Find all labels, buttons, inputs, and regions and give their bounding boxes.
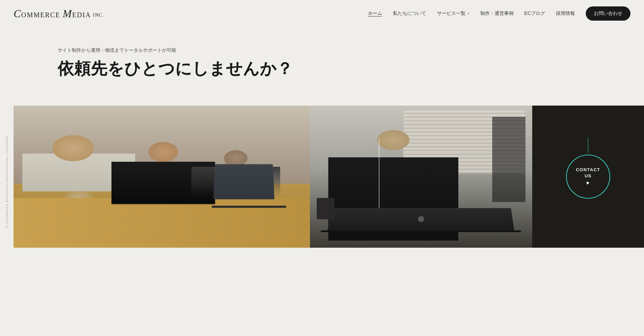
hero-title: 依頼先をひとつにしませんか？ bbox=[58, 59, 600, 79]
apple-logo-icon bbox=[418, 216, 424, 222]
logo-edia: EDIA bbox=[72, 11, 93, 19]
hero-subtitle: サイト制作から運用・物流までトータルサポートが可能 bbox=[58, 47, 600, 53]
photo-left-bg bbox=[14, 106, 310, 248]
logo-text: COMMERCE MEDIA INC. bbox=[14, 9, 104, 19]
nav-services[interactable]: サービス一覧 ∨ bbox=[437, 10, 470, 17]
contact-button[interactable]: お問い合わせ bbox=[586, 6, 630, 21]
logo-inc: INC. bbox=[93, 12, 104, 17]
services-chevron-icon: ∨ bbox=[467, 11, 470, 16]
nav-about[interactable]: 私たちについて bbox=[393, 10, 426, 17]
logo[interactable]: COMMERCE MEDIA INC. bbox=[14, 7, 104, 20]
contact-us-label: CONTACT US bbox=[576, 167, 600, 179]
contact-us-button[interactable]: CONTACT US ▶ bbox=[566, 155, 610, 199]
hero-image-row: CONTACT US ▶ bbox=[14, 106, 644, 248]
nav-blog[interactable]: ECブログ bbox=[524, 10, 545, 17]
hero-section: サイト制作から運用・物流までトータルサポートが可能 依頼先をひとつにしませんか？ bbox=[14, 27, 644, 106]
main-content: サイト制作から運用・物流までトータルサポートが可能 依頼先をひとつにしませんか？ bbox=[0, 0, 644, 248]
dark-contact-panel: CONTACT US ▶ bbox=[532, 106, 644, 248]
main-nav: ホーム 私たちについて サービス一覧 ∨ 制作・運営事例 ECブログ 採用情報 … bbox=[368, 6, 630, 21]
nav-home[interactable]: ホーム bbox=[368, 10, 382, 17]
person-head bbox=[357, 118, 429, 162]
nav-cases[interactable]: 制作・運営事例 bbox=[480, 10, 514, 17]
left-sidebar: E-COMMERCE BUSINESS PROFESSIONAL PARTNER… bbox=[0, 27, 14, 248]
header: COMMERCE MEDIA INC. ホーム 私たちについて サービス一覧 ∨… bbox=[0, 0, 644, 27]
monitor-right bbox=[492, 117, 525, 202]
logo-m: M bbox=[63, 7, 72, 20]
logo-ommerce: OMMERCE bbox=[21, 11, 63, 19]
laptop-screen bbox=[213, 164, 274, 199]
laptop-screen-glow bbox=[213, 164, 274, 199]
nav-careers[interactable]: 採用情報 bbox=[556, 10, 575, 17]
contact-us-arrow-icon: ▶ bbox=[586, 180, 590, 186]
hero-image-left bbox=[14, 106, 310, 248]
chair-arm bbox=[317, 198, 334, 219]
laptop-base bbox=[212, 206, 286, 208]
contact-line-above bbox=[588, 138, 588, 153]
laptop-right bbox=[328, 208, 514, 230]
hero-image-right bbox=[310, 106, 532, 248]
logo-c: C bbox=[14, 7, 21, 20]
contact-circle-wrapper: CONTACT US ▶ bbox=[566, 155, 610, 199]
sidebar-tagline: E-COMMERCE BUSINESS PROFESSIONAL PARTNER… bbox=[5, 135, 8, 228]
